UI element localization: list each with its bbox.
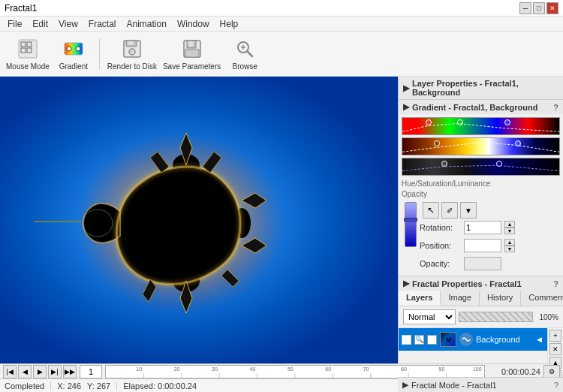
gradient-header[interactable]: ▶ Gradient - Fractal1, Background ? [399,100,563,114]
position-spinner: ▲ ▼ [504,239,515,252]
render-to-disk-button[interactable]: Render to Disk [107,37,157,71]
position-label: Position: [420,241,461,250]
mouse-mode-button[interactable]: Mouse Mode [6,37,50,71]
fractal-canvas-area[interactable] [0,77,398,363]
menu-file[interactable]: File [3,17,26,31]
timeline-end-button[interactable]: ▶▶ [63,365,77,378]
browse-icon [233,37,257,61]
rotation-label: Rotation: [420,223,461,232]
timeline-controls: |◀ ◀ ▶ ▶| ▶▶ [3,365,77,378]
layer-color-check[interactable] [427,335,437,345]
tab-comments[interactable]: Comments [521,291,563,306]
menu-edit[interactable]: Edit [28,17,53,31]
rotation-row: Rotation: ▲ ▼ [420,221,560,234]
gradient-bar-alpha[interactable] [402,158,560,176]
layer-add-button[interactable]: + [549,330,561,342]
rotation-spinner: ▲ ▼ [504,221,515,234]
fractal-properties-header[interactable]: ▶ Fractal Properties - Fractal1 ? [399,276,563,291]
fractal-tabs: Layers Image History Comments [399,291,563,306]
toolbar: Mouse Mode Gradient [0,32,563,77]
tool-buttons-row: ↖ ✐ ▼ [423,202,560,219]
gradient-button[interactable]: Gradient [56,37,92,71]
blend-mode-select[interactable]: Normal [403,309,456,324]
tab-history[interactable]: History [480,291,521,306]
layer-properties-header[interactable]: ▶ Layer Properties - Fractal1, Backgroun… [399,77,563,99]
close-button[interactable]: ✕ [546,2,558,14]
fractal-properties-help[interactable]: ? [553,279,558,288]
fractal-properties-title: Fractal Properties - Fractal1 [412,279,522,288]
svg-point-7 [76,47,80,51]
vertical-slider[interactable] [405,202,417,247]
layer-controls-bar: Normal 100% [399,306,563,328]
window-title: Fractal1 [5,3,37,14]
position-row: Position: ▲ ▼ [420,239,560,252]
layer-wave-icon [459,333,473,346]
opacity-percent: 100% [536,313,558,321]
status-sep-1 [50,381,51,390]
select-tool-button[interactable]: ↖ [423,202,439,219]
layer-properties-section: ▶ Layer Properties - Fractal1, Backgroun… [399,77,563,100]
layer-properties-title: Layer Properties - Fractal1, Background [412,79,558,97]
svg-line-18 [247,51,252,56]
ruler-mark-40: 40 [250,366,256,372]
timeline-settings-button[interactable]: ⚙ [543,365,560,378]
opacity-row: Opacity [402,189,560,199]
layer-item-background[interactable]: ✓ 🔍 [399,328,547,351]
status-completed: Completed [5,381,44,390]
timeline-prev-button[interactable]: ◀ [18,365,32,378]
layer-delete-button[interactable]: ✕ [549,343,561,355]
tab-layers[interactable]: Layers [399,291,441,306]
minimize-button[interactable]: ─ [519,2,531,14]
menu-animation[interactable]: Animation [122,17,171,31]
ruler-mark-60: 60 [325,366,331,372]
menu-window[interactable]: Window [173,17,214,31]
gradient-help[interactable]: ? [553,103,558,112]
timeline-next-button[interactable]: ▶| [48,365,62,378]
position-input[interactable] [464,239,501,252]
browse-label: Browse [233,62,257,71]
timeline-frame-input[interactable] [80,365,102,378]
fractal-properties-arrow: ▶ [403,279,409,288]
layer-properties-arrow: ▶ [403,83,409,93]
render-to-disk-label: Render to Disk [107,62,157,71]
position-down-button[interactable]: ▼ [504,246,515,252]
menu-view[interactable]: View [54,17,83,31]
save-parameters-button[interactable]: Save Parameters [163,37,221,71]
ruler-mark-100: 100 [473,366,482,372]
status-sep-2 [116,381,117,390]
layer-lock-check[interactable]: 🔍 [414,335,424,345]
rotation-down-button[interactable]: ▼ [504,228,515,234]
timeline-start-button[interactable]: |◀ [3,365,17,378]
svg-point-12 [131,50,134,53]
fractal-mode-bar: ▶ Fractal Mode - Fractal1 ? [398,377,563,392]
vertical-slider-container [405,202,417,247]
opacity-input[interactable] [464,257,501,270]
rotation-input[interactable] [464,221,501,234]
tool-dropdown-button[interactable]: ▼ [460,202,477,219]
position-up-button[interactable]: ▲ [504,239,515,246]
rotation-up-button[interactable]: ▲ [504,221,515,228]
timeline-ruler[interactable]: 10 20 30 40 50 60 70 80 90 100 [105,365,485,378]
menu-help[interactable]: Help [215,17,243,31]
gradient-content: Hue/Saturation/Luminance Opacity [399,114,563,276]
titlebar: Fractal1 ─ □ ✕ [0,0,563,17]
timeline-time: 0:00:00.24 [488,367,540,376]
render-to-disk-icon [120,37,144,61]
menu-fractal[interactable]: Fractal [84,17,121,31]
maximize-button[interactable]: □ [533,2,545,14]
timeline-play-button[interactable]: ▶ [33,365,47,378]
timeline-bar: |◀ ◀ ▶ ▶| ▶▶ 10 20 30 40 50 60 70 80 90 … [0,363,563,378]
save-parameters-label: Save Parameters [163,62,221,71]
menubar: File Edit View Fractal Animation Window … [0,17,563,32]
fractal-mode-help[interactable]: ? [554,381,558,390]
toolbar-separator-1 [99,39,100,69]
fractal-mode-title: Fractal Mode - Fractal1 [411,381,497,390]
tab-image[interactable]: Image [441,291,480,306]
layer-expand-icon[interactable]: ◀ [534,334,544,345]
browse-button[interactable]: Browse [227,37,263,71]
gradient-bar-main[interactable] [402,137,560,155]
layer-visibility-check[interactable]: ✓ [402,335,411,345]
gradient-bar-rgb[interactable] [402,117,560,135]
opacity-bar[interactable] [459,312,533,322]
eyedropper-button[interactable]: ✐ [441,202,458,219]
